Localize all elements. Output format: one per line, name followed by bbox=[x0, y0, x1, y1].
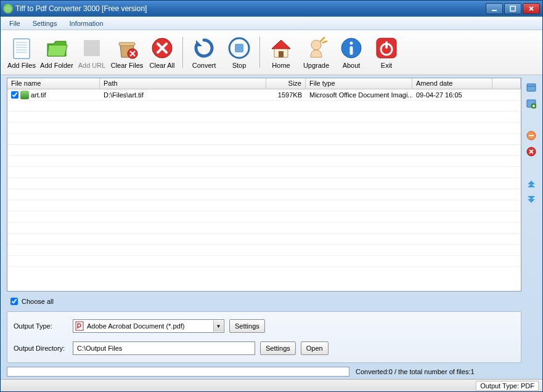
menu-information[interactable]: Information bbox=[63, 18, 109, 28]
svg-rect-2 bbox=[14, 39, 30, 59]
row-checkbox[interactable] bbox=[11, 91, 18, 99]
pdf-icon bbox=[75, 321, 84, 331]
choose-all-label: Choose all bbox=[22, 298, 54, 305]
cell-date: 09-04-27 16:05 bbox=[412, 91, 492, 99]
svg-rect-8 bbox=[84, 40, 100, 56]
home-icon bbox=[269, 36, 293, 60]
about-button[interactable]: About bbox=[334, 33, 369, 72]
table-header: File name Path Size File type Amend date bbox=[7, 78, 521, 89]
cell-filename: art.tif bbox=[31, 91, 46, 99]
clear-all-button[interactable]: Clear All bbox=[145, 33, 179, 72]
choose-all-checkbox[interactable] bbox=[10, 298, 18, 305]
window-title: Tiff to Pdf Converter 3000 [Free version… bbox=[15, 4, 486, 13]
svg-rect-13 bbox=[235, 44, 243, 52]
exit-button[interactable]: Exit bbox=[369, 33, 404, 72]
power-icon bbox=[374, 36, 399, 60]
side-delete-button[interactable] bbox=[525, 145, 537, 158]
menu-file[interactable]: File bbox=[3, 18, 27, 28]
status-row: Converted:0 / the total number of files:… bbox=[7, 367, 521, 377]
output-type-label: Output Type: bbox=[14, 322, 68, 330]
output-dir-input[interactable] bbox=[73, 341, 255, 355]
side-remove-button[interactable] bbox=[525, 129, 537, 142]
cell-path: D:\Files\art.tif bbox=[100, 91, 266, 99]
side-view2-button[interactable] bbox=[525, 97, 537, 110]
svg-rect-22 bbox=[76, 322, 83, 330]
svg-rect-21 bbox=[385, 41, 388, 49]
close-button[interactable] bbox=[523, 3, 540, 14]
menu-settings[interactable]: Settings bbox=[27, 18, 63, 28]
svg-rect-1 bbox=[510, 6, 515, 11]
home-button[interactable]: Home bbox=[264, 33, 298, 72]
convert-button[interactable]: Convert bbox=[187, 33, 221, 72]
open-dir-button[interactable]: Open bbox=[301, 341, 329, 355]
output-type-settings-button[interactable]: Settings bbox=[229, 319, 265, 333]
output-dir-label: Output Directory: bbox=[14, 345, 68, 352]
stop-icon bbox=[227, 36, 251, 60]
upgrade-icon bbox=[304, 36, 329, 60]
statusbar: Output Type: PDF bbox=[1, 379, 542, 391]
add-url-button: Add URL bbox=[75, 33, 109, 72]
toolbar-separator bbox=[259, 37, 261, 68]
progress-bar bbox=[7, 367, 349, 377]
side-move-up-button[interactable] bbox=[525, 178, 537, 190]
toolbar: Add Files Add Folder Add URL Clear Files… bbox=[1, 30, 542, 75]
output-panel: Output Type: ▼ Settings Output Directory… bbox=[7, 311, 521, 363]
output-type-combo[interactable]: ▼ bbox=[73, 319, 224, 333]
svg-point-17 bbox=[350, 42, 353, 45]
side-toolbar bbox=[525, 78, 540, 377]
info-icon bbox=[339, 36, 364, 60]
svg-rect-14 bbox=[279, 51, 284, 57]
status-text: Converted:0 / the total number of files:… bbox=[356, 368, 475, 375]
menubar: File Settings Information bbox=[1, 17, 542, 30]
th-extra[interactable] bbox=[492, 78, 521, 89]
th-path[interactable]: Path bbox=[100, 78, 266, 89]
statusbar-output-type: Output Type: PDF bbox=[476, 381, 539, 391]
toolbar-separator bbox=[182, 37, 184, 68]
maximize-button[interactable] bbox=[504, 3, 521, 14]
output-type-input[interactable] bbox=[73, 319, 224, 333]
file-table: File name Path Size File type Amend date… bbox=[7, 78, 521, 292]
svg-rect-9 bbox=[119, 43, 135, 46]
content-area: File name Path Size File type Amend date… bbox=[1, 75, 542, 379]
app-icon bbox=[3, 4, 13, 14]
upgrade-button[interactable]: Upgrade bbox=[299, 33, 333, 72]
clear-all-icon bbox=[150, 36, 174, 60]
side-view1-button[interactable] bbox=[525, 81, 537, 94]
url-icon bbox=[80, 36, 104, 60]
minimize-button[interactable] bbox=[486, 3, 503, 14]
svg-rect-23 bbox=[527, 84, 536, 91]
th-size[interactable]: Size bbox=[266, 78, 306, 89]
tif-file-icon bbox=[20, 91, 29, 99]
th-type[interactable]: File type bbox=[306, 78, 412, 89]
convert-icon bbox=[192, 36, 216, 60]
svg-rect-0 bbox=[492, 10, 497, 11]
svg-rect-28 bbox=[529, 135, 534, 136]
app-window: Tiff to Pdf Converter 3000 [Free version… bbox=[0, 0, 543, 392]
clear-files-button[interactable]: Clear Files bbox=[110, 33, 144, 72]
th-filename[interactable]: File name bbox=[7, 78, 100, 89]
cell-size: 1597KB bbox=[266, 91, 306, 99]
add-files-button[interactable]: Add Files bbox=[4, 33, 39, 72]
svg-point-15 bbox=[311, 40, 321, 50]
choose-all-row: Choose all bbox=[7, 295, 521, 308]
file-icon bbox=[9, 36, 34, 60]
cell-type: Microsoft Office Document Imagi... bbox=[306, 91, 412, 99]
output-dir-settings-button[interactable]: Settings bbox=[260, 341, 296, 355]
add-folder-button[interactable]: Add Folder bbox=[39, 33, 74, 72]
table-body[interactable]: art.tif D:\Files\art.tif 1597KB Microsof… bbox=[7, 89, 521, 291]
table-row[interactable]: art.tif D:\Files\art.tif 1597KB Microsof… bbox=[7, 89, 521, 100]
th-date[interactable]: Amend date bbox=[412, 78, 492, 89]
svg-rect-18 bbox=[350, 46, 353, 55]
titlebar[interactable]: Tiff to Pdf Converter 3000 [Free version… bbox=[1, 1, 542, 17]
stop-button[interactable]: Stop bbox=[222, 33, 256, 72]
clear-files-icon bbox=[115, 36, 139, 60]
folder-icon bbox=[44, 36, 69, 60]
side-move-down-button[interactable] bbox=[525, 194, 537, 206]
dropdown-arrow-icon[interactable]: ▼ bbox=[213, 321, 223, 332]
